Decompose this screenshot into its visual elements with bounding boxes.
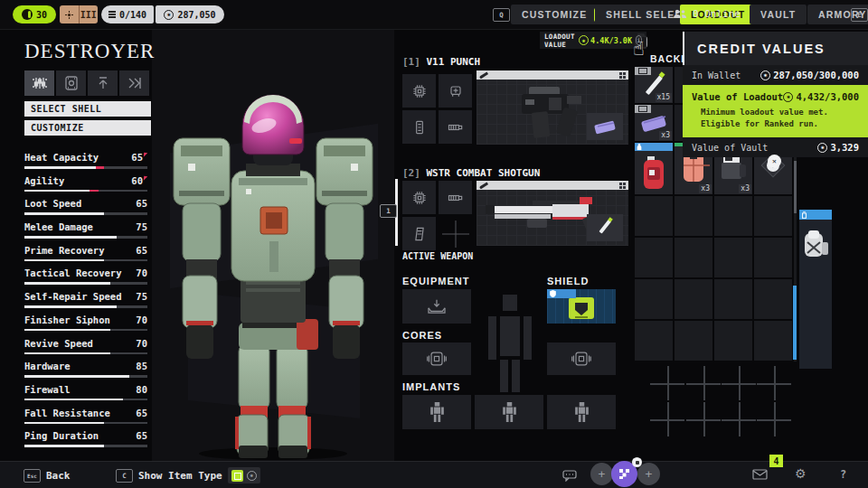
tab-next[interactable]	[119, 70, 149, 96]
backpack-cell[interactable]	[635, 196, 673, 236]
backpack-scrollbar-thumb[interactable]	[794, 161, 797, 213]
cursor-hand-icon: ☝	[633, 38, 645, 60]
core-slot-left[interactable]	[402, 343, 471, 375]
helmet-icon	[22, 9, 33, 20]
backpack-cell[interactable]	[635, 279, 673, 319]
customize-label: CUSTOMIZE	[31, 123, 84, 133]
weapon1-mod-slot-chip[interactable]	[402, 74, 436, 108]
settings-gear-icon[interactable]: ⚙	[795, 466, 807, 481]
wallet-row: In Wallet ✱287,050/300,000	[683, 65, 868, 85]
item-type-icon-active	[231, 470, 243, 482]
shield-icon	[550, 290, 556, 297]
equipped-backpack-slot[interactable]	[799, 210, 832, 369]
add-friend-slot-right[interactable]: +	[637, 463, 660, 485]
core-icon	[571, 351, 592, 367]
add-friend-slot-left[interactable]: +	[590, 463, 613, 485]
wallet-row-label: In Wallet	[692, 70, 741, 80]
weapon2-mod-slot-chip[interactable]	[402, 181, 436, 214]
weapon2-mod-slot-empty[interactable]	[439, 217, 472, 250]
back-button[interactable]: Esc Back	[24, 462, 71, 488]
stat-value: 65	[136, 430, 147, 441]
weapon2-mod-slot-magazine[interactable]	[402, 217, 436, 250]
backpack-cell[interactable]	[714, 196, 752, 236]
chat-icon[interactable]	[562, 470, 577, 482]
weapon1-mod-slot-magazine[interactable]	[402, 110, 436, 144]
backpack-cell[interactable]	[675, 279, 712, 319]
help-button[interactable]: ?	[840, 468, 846, 481]
stat-row: Heat Capacity65	[24, 152, 147, 169]
party-logo-icon	[618, 468, 630, 480]
dismiss-tooltip-button[interactable]: ✕	[768, 155, 781, 168]
stat-value: 65	[131, 152, 143, 163]
optic-icon	[447, 82, 465, 100]
slot-grid-icon	[619, 72, 626, 79]
backpack-item-purple-pack[interactable]: x3	[635, 105, 673, 141]
shield-slot-header	[547, 289, 576, 298]
shield-item-icon	[568, 296, 595, 322]
select-shell-button[interactable]: SELECT SHELL	[24, 101, 151, 117]
backpack-cell[interactable]	[714, 279, 752, 319]
backpack-cell[interactable]	[754, 321, 792, 361]
plus-icon: +	[599, 467, 606, 481]
wallet-value: 287,050	[177, 10, 215, 20]
implant-slot-1[interactable]	[402, 395, 471, 429]
equipment-slot[interactable]	[402, 289, 471, 324]
implant-person-icon	[430, 402, 444, 422]
item-type-tag	[635, 67, 651, 75]
gear-glyph: ⚙	[795, 466, 807, 481]
stats-list: Heat Capacity65 Agility60 Loot Speed65 M…	[24, 152, 147, 454]
credit-coin-icon: ✱	[247, 471, 257, 481]
tab-vault[interactable]: VAULT	[750, 5, 807, 24]
backpack-cell[interactable]	[635, 238, 673, 277]
stat-name: Revive Speed	[24, 338, 93, 349]
weapon1-preview[interactable]	[476, 70, 628, 145]
ranked-note: Minimum loadout value met. Eligible for …	[692, 107, 859, 130]
weapon1-mod-slot-optic[interactable]	[439, 74, 472, 108]
item-type-tag	[635, 105, 651, 113]
mail-icon[interactable]	[752, 469, 768, 480]
backpack-cell[interactable]	[675, 321, 712, 361]
backpack-cell[interactable]	[754, 279, 792, 319]
tier-numeral: III	[79, 5, 99, 23]
stat-value: 70	[136, 314, 147, 325]
back-label: Back	[46, 470, 71, 482]
stat-row: Ping Duration65	[24, 430, 147, 447]
implant-slot-2[interactable]	[475, 395, 543, 429]
backpack-cell[interactable]	[714, 321, 752, 361]
stat-row: Self-Repair Speed75	[24, 291, 147, 308]
shield-slot[interactable]	[547, 289, 616, 324]
tab-customize-label: CUSTOMIZE	[522, 9, 587, 20]
weapon2-mod-slot-muzzle[interactable]	[439, 181, 472, 214]
backpack-cell[interactable]	[754, 196, 792, 236]
tab-shell[interactable]	[56, 70, 86, 96]
backpack-cell[interactable]	[754, 238, 792, 277]
core-slot-right[interactable]	[547, 343, 616, 375]
bottle-icon	[801, 211, 807, 219]
mail-count-badge: 4	[769, 455, 783, 467]
backpack-cell[interactable]	[635, 321, 673, 361]
credit-coin-icon: ✱	[579, 35, 589, 45]
weapon2-hotkey: [2]	[402, 167, 420, 179]
item-type-toggle-group[interactable]: ✱	[228, 467, 260, 483]
backpack-item-medkit[interactable]	[635, 143, 673, 194]
stat-name: Prime Recovery	[24, 245, 105, 256]
chip-icon	[410, 82, 429, 100]
show-item-type-toggle[interactable]: C Show Item Type ✱	[116, 462, 260, 488]
tab-upgrade[interactable]	[88, 70, 118, 96]
backpack-cell[interactable]	[675, 196, 712, 236]
core-icon	[426, 351, 448, 367]
stat-value: 75	[136, 291, 147, 302]
customize-button[interactable]: CUSTOMIZE	[24, 120, 151, 136]
wallet-row-value: 287,050/300,000	[773, 70, 859, 80]
backpack-item-ammo-pen[interactable]: x15	[635, 67, 673, 103]
tab-stats-tune[interactable]	[24, 70, 54, 96]
backpack-cell[interactable]	[714, 238, 752, 277]
weapon2-preview[interactable]	[476, 181, 628, 246]
weapon1-mod-slot-muzzle[interactable]	[439, 110, 472, 144]
key-hint-c: C	[116, 469, 133, 483]
stat-value: 80	[136, 384, 147, 395]
backpack-cell[interactable]	[675, 238, 712, 277]
stat-row: Tactical Recovery70	[24, 267, 147, 285]
purple-ammo-icon	[592, 118, 618, 135]
implant-slot-3[interactable]	[547, 395, 616, 429]
